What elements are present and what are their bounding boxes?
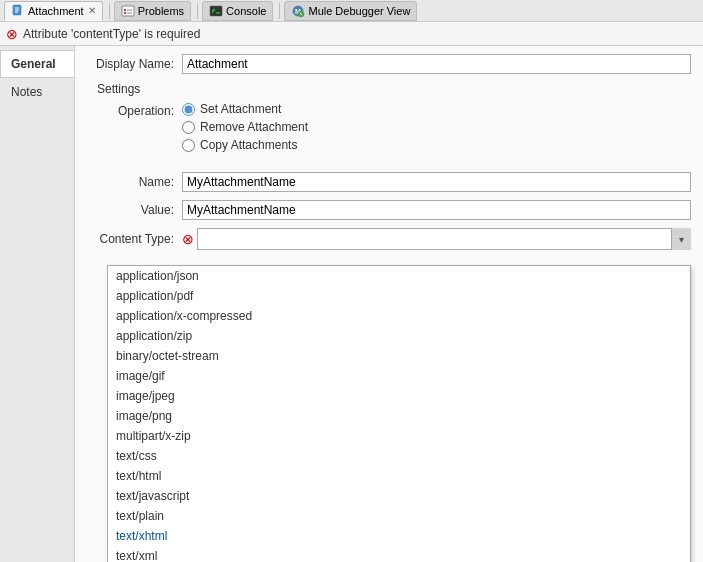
dropdown-item-application-json[interactable]: application/json — [108, 266, 690, 286]
sidebar: General Notes — [0, 46, 75, 562]
name-label: Name: — [87, 175, 182, 189]
radio-copy-attachments-label: Copy Attachments — [200, 138, 297, 152]
content-area: Display Name: Settings Operation: Set At… — [75, 46, 703, 562]
error-bar: ⊗ Attribute 'contentType' is required — [0, 22, 703, 46]
operation-label: Operation: — [87, 102, 182, 118]
svg-point-5 — [124, 9, 126, 11]
tab-separator-2 — [197, 3, 198, 19]
dropdown-item-application-zip[interactable]: application/zip — [108, 326, 690, 346]
dropdown-item-image-gif[interactable]: image/gif — [108, 366, 690, 386]
attachment-tab-icon — [11, 4, 25, 18]
tab-attachment-label: Attachment — [28, 5, 84, 17]
value-label: Value: — [87, 203, 182, 217]
content-type-dropdown-container: ▾ — [197, 228, 691, 250]
value-row: Value: — [87, 200, 691, 220]
dropdown-item-image-jpeg[interactable]: image/jpeg — [108, 386, 690, 406]
settings-heading: Settings — [97, 82, 691, 96]
tab-mule-debugger-label: Mule Debugger View — [308, 5, 410, 17]
dropdown-item-text-css[interactable]: text/css — [108, 446, 690, 466]
sidebar-item-general[interactable]: General — [0, 50, 74, 78]
tab-attachment[interactable]: Attachment ✕ — [4, 1, 103, 21]
tab-console[interactable]: Console — [202, 1, 273, 21]
problems-tab-icon — [121, 4, 135, 18]
tab-separator-1 — [109, 3, 110, 19]
operation-radio-group: Set Attachment Remove Attachment Copy At… — [182, 102, 308, 156]
tab-console-label: Console — [226, 5, 266, 17]
svg-rect-9 — [210, 6, 222, 16]
radio-copy-attachments-input[interactable] — [182, 139, 195, 152]
tab-separator-3 — [279, 3, 280, 19]
dropdown-item-text-html[interactable]: text/html — [108, 466, 690, 486]
error-message: Attribute 'contentType' is required — [23, 27, 200, 41]
tab-problems[interactable]: Problems — [114, 1, 191, 21]
name-input[interactable] — [182, 172, 691, 192]
error-icon: ⊗ — [6, 26, 18, 42]
content-type-dropdown-arrow[interactable]: ▾ — [671, 228, 691, 250]
main-container: General Notes Display Name: Settings Ope… — [0, 46, 703, 562]
radio-set-attachment-input[interactable] — [182, 103, 195, 116]
svg-rect-4 — [122, 6, 134, 16]
name-row: Name: — [87, 172, 691, 192]
content-type-error-icon: ⊗ — [182, 231, 194, 247]
tab-problems-label: Problems — [138, 5, 184, 17]
radio-remove-attachment-input[interactable] — [182, 121, 195, 134]
console-tab-icon — [209, 4, 223, 18]
content-type-input[interactable] — [197, 228, 691, 250]
value-input[interactable] — [182, 200, 691, 220]
tab-attachment-close[interactable]: ✕ — [88, 5, 96, 16]
display-name-row: Display Name: — [87, 54, 691, 74]
content-type-dropdown-list: application/json application/pdf applica… — [107, 265, 691, 562]
dropdown-item-text-plain[interactable]: text/plain — [108, 506, 690, 526]
radio-copy-attachments[interactable]: Copy Attachments — [182, 138, 308, 152]
dropdown-item-multipart-x-zip[interactable]: multipart/x-zip — [108, 426, 690, 446]
dropdown-item-binary-octet-stream[interactable]: binary/octet-stream — [108, 346, 690, 366]
display-name-label: Display Name: — [87, 57, 182, 71]
dropdown-item-text-xml[interactable]: text/xml — [108, 546, 690, 562]
display-name-input[interactable] — [182, 54, 691, 74]
svg-point-6 — [124, 12, 126, 14]
radio-remove-attachment[interactable]: Remove Attachment — [182, 120, 308, 134]
mule-debugger-tab-icon: M — [291, 4, 305, 18]
radio-set-attachment-label: Set Attachment — [200, 102, 281, 116]
dropdown-item-image-png[interactable]: image/png — [108, 406, 690, 426]
content-type-row: Content Type: ⊗ ▾ — [87, 228, 691, 250]
content-type-label: Content Type: — [87, 232, 182, 246]
dropdown-item-application-pdf[interactable]: application/pdf — [108, 286, 690, 306]
radio-set-attachment[interactable]: Set Attachment — [182, 102, 308, 116]
tab-mule-debugger[interactable]: M Mule Debugger View — [284, 1, 417, 21]
dropdown-item-text-xhtml[interactable]: text/xhtml — [108, 526, 690, 546]
operation-row: Operation: Set Attachment Remove Attachm… — [87, 102, 691, 164]
sidebar-item-notes[interactable]: Notes — [0, 78, 74, 106]
title-bar: Attachment ✕ Problems Console M Mul — [0, 0, 703, 22]
radio-remove-attachment-label: Remove Attachment — [200, 120, 308, 134]
dropdown-item-application-x-compressed[interactable]: application/x-compressed — [108, 306, 690, 326]
dropdown-item-text-javascript[interactable]: text/javascript — [108, 486, 690, 506]
